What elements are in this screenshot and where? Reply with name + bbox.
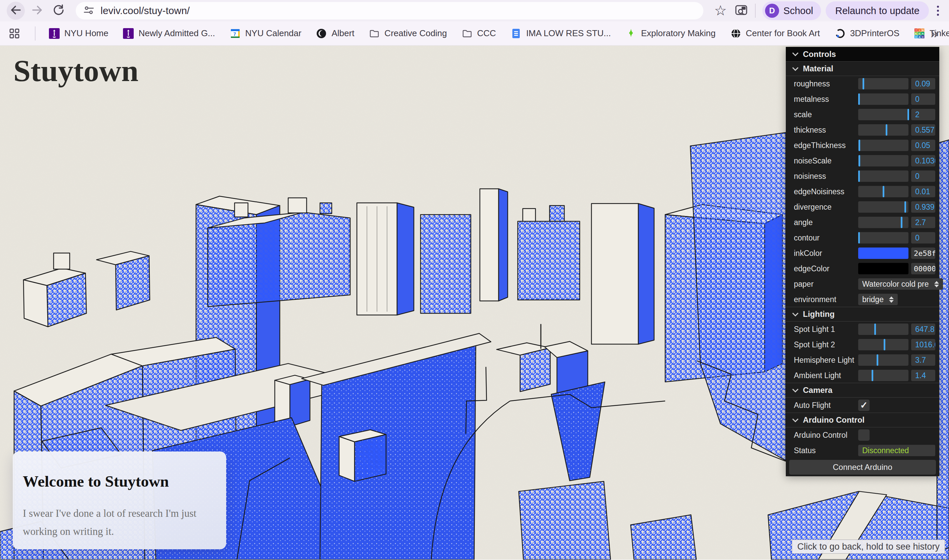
gui-row-edgethickness: edgeThickness0.05: [786, 138, 939, 153]
bookmark-center-for-book-art[interactable]: Center for Book Art: [730, 28, 820, 39]
contour-slider[interactable]: [858, 232, 909, 243]
bookmark-label: Newly Admitted G...: [139, 28, 215, 38]
folder-title-arduino-control[interactable]: Arduino Control: [786, 412, 939, 428]
slider-marker[interactable]: [872, 370, 873, 381]
svg-text:N: N: [922, 28, 924, 31]
side-panel-icon[interactable]: [734, 3, 748, 18]
spot-light-1-slider[interactable]: [858, 323, 909, 335]
edgenoisiness-slider[interactable]: [858, 186, 909, 197]
profile-chip[interactable]: D School: [763, 2, 821, 20]
bookmark-creative-coding[interactable]: Creative Coding: [369, 28, 447, 39]
divergence-slider[interactable]: [858, 201, 909, 213]
hemisphere-light-value[interactable]: 3.7: [911, 354, 935, 366]
inkcolor-swatch[interactable]: [858, 248, 909, 259]
contour-value[interactable]: 0: [911, 232, 935, 243]
metalness-slider[interactable]: [858, 94, 909, 105]
slider-marker[interactable]: [904, 201, 906, 213]
edgethickness-slider[interactable]: [858, 140, 909, 151]
slider-marker[interactable]: [877, 354, 878, 366]
gui-row-spot-light-1: Spot Light 1647.8: [786, 322, 939, 337]
controls-panel-title[interactable]: Controls: [786, 47, 939, 62]
slider-marker[interactable]: [858, 94, 860, 105]
control-label: Ambient Light: [794, 371, 858, 380]
chevron-down-icon: [792, 416, 798, 422]
folder-label: Arduino Control: [803, 415, 864, 425]
noisiness-value[interactable]: 0: [911, 171, 935, 182]
url-bar[interactable]: leviv.cool/stuy-town/: [76, 2, 703, 19]
angle-value[interactable]: 2.7: [911, 217, 935, 228]
apps-grid-icon[interactable]: [9, 28, 20, 39]
select-value: bridge: [862, 295, 884, 304]
edgethickness-value[interactable]: 0.05: [911, 140, 935, 151]
slider-marker[interactable]: [886, 124, 887, 135]
spot-light-2-slider[interactable]: [858, 339, 909, 350]
slider-marker[interactable]: [863, 78, 864, 89]
slider-marker[interactable]: [858, 140, 860, 151]
metalness-value[interactable]: 0: [911, 94, 935, 105]
divergence-value[interactable]: 0.939: [911, 201, 935, 213]
scale-slider[interactable]: [858, 109, 909, 120]
spot-light-1-value[interactable]: 647.8: [911, 323, 935, 335]
angle-slider[interactable]: [858, 217, 909, 228]
ambient-light-value[interactable]: 1.4: [911, 370, 935, 381]
folder-title-camera[interactable]: Camera: [786, 383, 939, 398]
paper-select[interactable]: Watercolor cold pre: [858, 278, 943, 290]
edgecolor-hex-value[interactable]: 000000: [911, 263, 935, 274]
spot-light-2-value[interactable]: 1016.6: [911, 339, 935, 350]
bookmark-nyu-calendar[interactable]: 7NYU Calendar: [230, 28, 302, 39]
slider-marker[interactable]: [901, 217, 903, 228]
control-label: angle: [794, 218, 858, 227]
slider-marker[interactable]: [858, 155, 860, 166]
bookmark-ima-low-res-stu[interactable]: IMA LOW RES STU...: [511, 28, 611, 39]
bookmark-star-icon[interactable]: ☆: [712, 4, 730, 18]
gui-row-status: StatusDisconnected: [786, 443, 939, 458]
connect-arduino-button[interactable]: Connect Arduino: [789, 460, 936, 475]
edgenoisiness-value[interactable]: 0.01: [911, 186, 935, 197]
hemisphere-light-slider[interactable]: [858, 354, 909, 366]
folder-title-material[interactable]: Material: [786, 61, 939, 76]
slider-marker[interactable]: [858, 232, 860, 243]
status-text-input[interactable]: Disconnected: [858, 445, 935, 456]
noisescale-slider[interactable]: [858, 155, 909, 166]
slider-marker[interactable]: [884, 339, 885, 350]
environment-select[interactable]: bridge: [858, 294, 898, 305]
auto-flight-checkbox[interactable]: ✓: [858, 400, 870, 411]
gui-row-scale: scale2: [786, 107, 939, 122]
chevron-down-icon: [792, 310, 798, 316]
bookmark-albert[interactable]: Albert: [316, 28, 354, 39]
svg-text:A: A: [918, 35, 921, 38]
noisescale-value[interactable]: 0.1036: [911, 155, 935, 166]
bookmark-nyu-home[interactable]: NYU Home: [49, 28, 108, 39]
arduino-control-checkbox[interactable]: [858, 429, 870, 441]
gui-row-inkcolor: inkColor2e58ff: [786, 246, 939, 261]
bookmark-3dprinteros[interactable]: 3DPrinterOS: [835, 28, 900, 39]
site-settings-icon[interactable]: [82, 4, 95, 18]
scale-value[interactable]: 2: [911, 109, 935, 120]
forward-button[interactable]: [28, 2, 46, 20]
edgecolor-swatch[interactable]: [858, 263, 909, 274]
slider-marker[interactable]: [874, 323, 876, 335]
reload-button[interactable]: [49, 2, 68, 20]
menu-kebab-icon[interactable]: [934, 6, 942, 16]
ambient-light-slider[interactable]: [858, 370, 909, 381]
bookmark-ccc[interactable]: CCC: [462, 28, 496, 39]
slider-marker[interactable]: [858, 171, 860, 182]
thickness-value[interactable]: 0.557: [911, 124, 935, 135]
back-button[interactable]: [7, 2, 25, 20]
control-label: edgeColor: [794, 264, 858, 273]
thickness-slider[interactable]: [858, 124, 909, 135]
inkcolor-hex-value[interactable]: 2e58ff: [911, 248, 935, 259]
relaunch-button[interactable]: Relaunch to update: [826, 2, 929, 20]
url-text[interactable]: leviv.cool/stuy-town/: [100, 5, 189, 16]
bookmark-label: 3DPrinterOS: [850, 28, 900, 38]
roughness-value[interactable]: 0.09: [911, 78, 935, 89]
slider-marker[interactable]: [907, 109, 909, 120]
noisiness-slider[interactable]: [858, 171, 909, 182]
roughness-slider[interactable]: [858, 78, 909, 89]
bookmark-newly-admitted-g[interactable]: Newly Admitted G...: [123, 28, 215, 39]
slider-marker[interactable]: [883, 186, 884, 197]
folder-title-lighting[interactable]: Lighting: [786, 307, 939, 322]
bookmark-exploratory-making[interactable]: Exploratory Making: [625, 28, 716, 39]
control-label: noisiness: [794, 172, 858, 181]
bookmarks-overflow-chevrons[interactable]: »: [931, 26, 940, 40]
